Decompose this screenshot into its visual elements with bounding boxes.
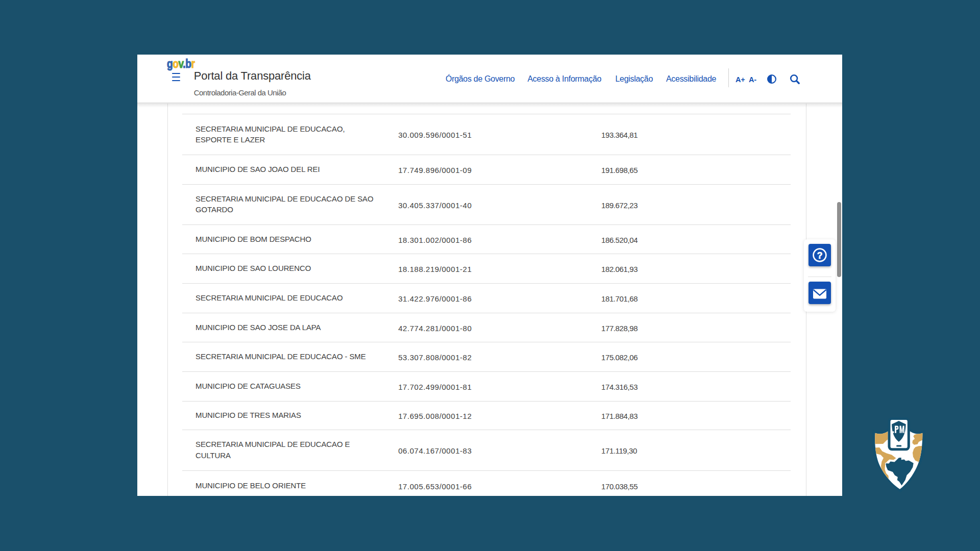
svg-text:?: ? [817, 251, 823, 261]
